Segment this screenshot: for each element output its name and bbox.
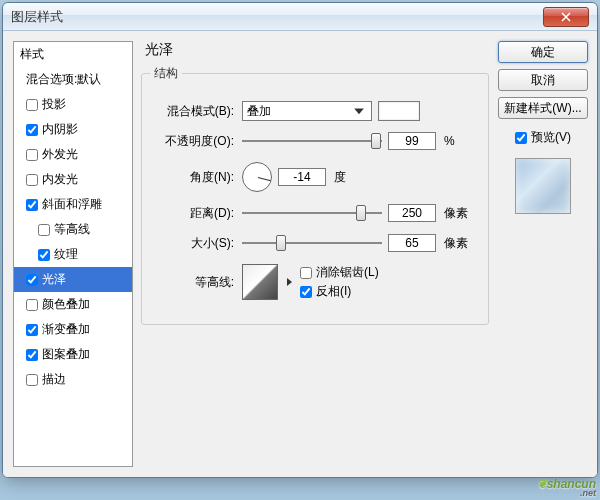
contour-label: 等高线: [156,274,242,291]
sidebar-item-label: 等高线 [54,221,90,238]
sidebar-item-style[interactable]: 图案叠加 [14,342,132,367]
content-area: 样式 混合选项:默认 投影内阴影外发光内发光斜面和浮雕等高线纹理光泽颜色叠加渐变… [3,31,597,477]
sidebar-blend-options[interactable]: 混合选项:默认 [14,67,132,92]
opacity-label: 不透明度(O): [156,133,242,150]
sidebar-item-style[interactable]: 颜色叠加 [14,292,132,317]
sidebar-item-label: 描边 [42,371,66,388]
style-checkbox[interactable] [38,224,50,236]
size-input[interactable] [388,234,436,252]
dialog-window: 图层样式 样式 混合选项:默认 投影内阴影外发光内发光斜面和浮雕等高线纹理光泽颜… [2,2,598,478]
antialias-label: 消除锯齿(L) [316,264,379,281]
preview-label: 预览(V) [531,129,571,146]
right-column: 确定 取消 新建样式(W)... 预览(V) [497,31,597,477]
color-swatch[interactable] [378,101,420,121]
slider-thumb[interactable] [276,235,286,251]
cancel-button[interactable]: 取消 [498,69,588,91]
style-checkbox[interactable] [26,374,38,386]
distance-label: 距离(D): [156,205,242,222]
window-title: 图层样式 [11,8,543,26]
chevron-down-icon [351,103,367,119]
sidebar-item-label: 渐变叠加 [42,321,90,338]
sidebar-item-label: 斜面和浮雕 [42,196,102,213]
sidebar-item-label: 外发光 [42,146,78,163]
angle-indicator [258,177,271,181]
sidebar-item-style[interactable]: 渐变叠加 [14,317,132,342]
style-checkbox[interactable] [26,324,38,336]
sidebar-item-style[interactable]: 内阴影 [14,117,132,142]
styles-sidebar: 样式 混合选项:默认 投影内阴影外发光内发光斜面和浮雕等高线纹理光泽颜色叠加渐变… [13,41,133,467]
sidebar-item-style[interactable]: 纹理 [14,242,132,267]
style-checkbox[interactable] [26,274,38,286]
slider-thumb[interactable] [356,205,366,221]
sidebar-item-label: 颜色叠加 [42,296,90,313]
style-checkbox[interactable] [26,174,38,186]
distance-row: 距离(D): 像素 [156,202,474,224]
distance-unit: 像素 [444,205,468,222]
sidebar-item-style[interactable]: 描边 [14,367,132,392]
size-row: 大小(S): 像素 [156,232,474,254]
distance-slider[interactable] [242,204,382,222]
structure-legend: 结构 [150,65,182,82]
blend-mode-value: 叠加 [247,103,271,120]
blend-mode-row: 混合模式(B): 叠加 [156,100,474,122]
sidebar-item-label: 内发光 [42,171,78,188]
invert-label: 反相(I) [316,283,351,300]
size-unit: 像素 [444,235,468,252]
sidebar-item-style[interactable]: 等高线 [14,217,132,242]
sidebar-item-style[interactable]: 斜面和浮雕 [14,192,132,217]
antialias-input[interactable] [300,267,312,279]
sidebar-item-style[interactable]: 内发光 [14,167,132,192]
angle-row: 角度(N): 度 [156,160,474,194]
chevron-right-icon[interactable] [287,278,292,286]
sidebar-item-label: 纹理 [54,246,78,263]
preview-thumbnail [515,158,571,214]
sidebar-item-label: 光泽 [42,271,66,288]
opacity-row: 不透明度(O): % [156,130,474,152]
preview-checkbox[interactable]: 预览(V) [515,129,571,146]
leaf-icon: ❦ [537,477,547,491]
antialias-checkbox[interactable]: 消除锯齿(L) [300,264,379,281]
contour-row: 等高线: 消除锯齿(L) [156,262,474,302]
size-label: 大小(S): [156,235,242,252]
blend-mode-dropdown[interactable]: 叠加 [242,101,372,121]
invert-input[interactable] [300,286,312,298]
preview-input[interactable] [515,132,527,144]
contour-picker[interactable] [242,264,278,300]
new-style-button[interactable]: 新建样式(W)... [498,97,588,119]
angle-input[interactable] [278,168,326,186]
close-icon [561,12,571,22]
style-checkbox[interactable] [26,349,38,361]
angle-dial[interactable] [242,162,272,192]
sidebar-item-label: 图案叠加 [42,346,90,363]
titlebar[interactable]: 图层样式 [3,3,597,31]
invert-checkbox[interactable]: 反相(I) [300,283,379,300]
sidebar-item-style[interactable]: 外发光 [14,142,132,167]
opacity-unit: % [444,134,468,148]
sidebar-item-style[interactable]: 光泽 [14,267,132,292]
sidebar-item-label: 投影 [42,96,66,113]
style-checkbox[interactable] [26,99,38,111]
slider-thumb[interactable] [371,133,381,149]
style-checkbox[interactable] [26,199,38,211]
opacity-slider[interactable] [242,132,382,150]
main-panel: 光泽 结构 混合模式(B): 叠加 不透明度(O): [133,31,497,477]
opacity-input[interactable] [388,132,436,150]
size-slider[interactable] [242,234,382,252]
style-checkbox[interactable] [26,299,38,311]
distance-input[interactable] [388,204,436,222]
angle-unit: 度 [334,169,358,186]
style-checkbox[interactable] [26,149,38,161]
close-button[interactable] [543,7,589,27]
blend-options-label: 混合选项:默认 [26,71,101,88]
style-checkbox[interactable] [38,249,50,261]
ok-button[interactable]: 确定 [498,41,588,63]
style-checkbox[interactable] [26,124,38,136]
sidebar-item-label: 内阴影 [42,121,78,138]
panel-title: 光泽 [141,41,489,59]
structure-fieldset: 结构 混合模式(B): 叠加 不透明度(O): [141,65,489,325]
sidebar-header[interactable]: 样式 [14,42,132,67]
sidebar-item-style[interactable]: 投影 [14,92,132,117]
angle-label: 角度(N): [156,169,242,186]
blend-mode-label: 混合模式(B): [156,103,242,120]
